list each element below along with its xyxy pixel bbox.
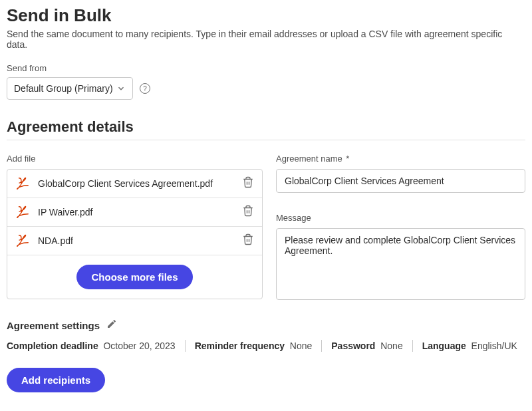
help-icon[interactable]: ? <box>140 83 150 94</box>
divider <box>7 140 525 140</box>
agreement-name-input[interactable] <box>276 169 525 193</box>
file-row[interactable]: IP Waiver.pdf <box>7 198 262 227</box>
trash-icon[interactable] <box>242 233 254 248</box>
send-from-label: Send from <box>7 63 525 73</box>
file-name: IP Waiver.pdf <box>38 207 234 217</box>
page-subtitle: Send the same document to many recipient… <box>7 29 525 50</box>
pencil-icon[interactable] <box>106 319 117 332</box>
pdf-icon <box>15 233 30 248</box>
file-list: GlobalCorp Client Services Agreement.pdf… <box>7 169 263 299</box>
agreement-details-title: Agreement details <box>7 118 525 136</box>
add-recipients-button[interactable]: Add recipients <box>7 368 105 392</box>
message-label: Message <box>276 213 525 223</box>
add-file-label: Add file <box>7 154 263 164</box>
file-row[interactable]: NDA.pdf <box>7 227 262 255</box>
send-from-dropdown[interactable]: Default Group (Primary) <box>7 77 133 100</box>
file-name: GlobalCorp Client Services Agreement.pdf <box>38 178 234 189</box>
separator <box>185 340 186 352</box>
choose-more-files-button[interactable]: Choose more files <box>76 265 192 289</box>
trash-icon[interactable] <box>242 205 254 219</box>
agreement-name-label: Agreement name * <box>276 154 525 164</box>
agreement-settings-title: Agreement settings <box>7 320 100 331</box>
pdf-icon <box>15 176 30 191</box>
page-title: Send in Bulk <box>7 5 525 26</box>
send-from-selected: Default Group (Primary) <box>14 83 113 94</box>
message-textarea[interactable] <box>276 228 525 300</box>
separator <box>321 340 322 352</box>
chevron-down-icon <box>116 84 126 93</box>
file-row[interactable]: GlobalCorp Client Services Agreement.pdf <box>7 170 262 198</box>
agreement-settings-summary: Completion deadline October 20, 2023 Rem… <box>7 340 525 352</box>
file-name: NDA.pdf <box>38 235 234 246</box>
separator <box>412 340 413 352</box>
trash-icon[interactable] <box>242 176 254 191</box>
pdf-icon <box>15 205 30 219</box>
